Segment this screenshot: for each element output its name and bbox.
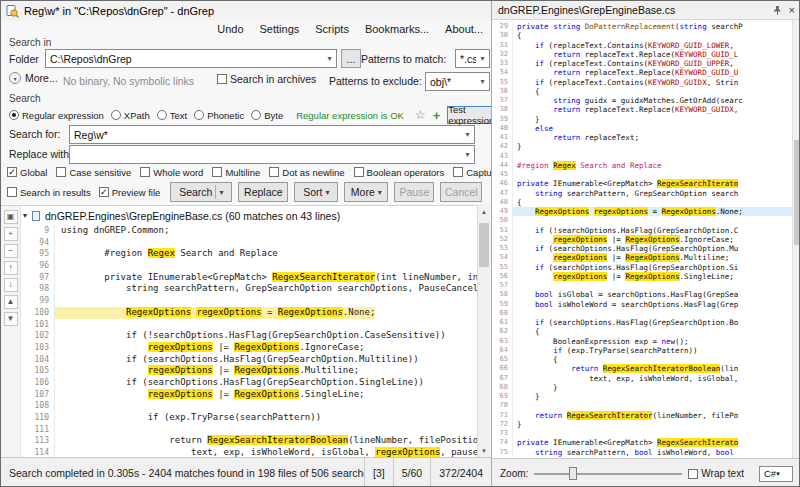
preview-scrollbar[interactable] — [792, 20, 800, 458]
collapse-all-button[interactable]: − — [4, 244, 18, 258]
radio-icon — [157, 110, 167, 120]
dot-as-newline-checkbox[interactable]: Dot as newline — [269, 167, 344, 178]
wrap-text-checkbox[interactable]: Wrap text — [688, 468, 744, 479]
preview-code-area[interactable]: 29private string DoPatternReplacement(st… — [492, 20, 792, 458]
replace-button[interactable]: Replace — [238, 182, 288, 202]
replace-with-combobox[interactable]: ▾ — [69, 145, 475, 164]
code-segment: { — [517, 198, 522, 207]
result-line-107[interactable]: 107 regexOptions |= RegexOptions.SingleL… — [23, 389, 477, 401]
scrollbar-thumb[interactable] — [479, 223, 489, 267]
scroll-up-icon[interactable]: ▴ — [478, 205, 490, 218]
preview-line-45: 45 — [492, 170, 792, 179]
search-in-results-checkbox[interactable]: Search in results — [7, 187, 91, 198]
syntax-combobox[interactable]: C# ▾ — [759, 466, 793, 482]
result-line-105[interactable]: 105 regexOptions |= RegexOptions.Multili… — [23, 365, 477, 377]
patterns-to-exclude-combobox[interactable]: obj\* ▾ — [425, 72, 490, 91]
result-line-104[interactable]: 104 if (searchOptions.HasFlag(GrepSearch… — [23, 354, 477, 366]
result-line-102[interactable]: 102 if (!searchOptions.HasFlag(GrepSearc… — [23, 330, 477, 342]
scroll-down-icon[interactable]: ▾ — [478, 444, 490, 457]
line-number: 29 — [492, 22, 513, 31]
result-line-114[interactable]: 114 text, exp, isWholeWord, isGlobal, re… — [23, 447, 477, 457]
multiline-checkbox[interactable]: Multiline — [212, 167, 260, 178]
line-number: 70 — [492, 401, 513, 410]
result-line-103[interactable]: 103 regexOptions |= RegexOptions.IgnoreC… — [23, 342, 477, 354]
result-file-header[interactable]: ▾ dnGREP.Engines\GrepEngineBase.cs (60 m… — [23, 208, 340, 223]
expand-all-button[interactable]: + — [4, 227, 18, 241]
line-text: BooleanExpression exp = new(); — [513, 337, 792, 346]
match-highlight: Regex — [148, 248, 175, 258]
search-type-phonetic[interactable]: Phonetic — [194, 110, 244, 121]
result-line-99[interactable]: 99 — [23, 295, 477, 307]
patterns-to-match-combobox[interactable]: *.cs ▾ — [455, 49, 490, 68]
test-expression-button[interactable]: Test expression — [447, 106, 495, 124]
next-file-button[interactable]: ↓ — [4, 278, 18, 292]
result-line-97[interactable]: 97 private IEnumerable<GrepMatch> RegexS… — [23, 272, 477, 284]
more-options-expander[interactable]: ▾ More... — [9, 72, 58, 84]
next-match-button[interactable]: ▼ — [4, 312, 18, 326]
scrollbar-thumb[interactable] — [794, 140, 800, 245]
menu-item-undo[interactable]: Undo — [217, 23, 243, 35]
result-file-name: dnGREP.Engines\GrepEngineBase.cs (60 mat… — [45, 210, 340, 222]
main-window: Reg\w* in "C:\Repos\dnGrep" - dnGrep Und… — [1, 1, 491, 487]
search-for-combobox[interactable]: Reg\w* ▾ — [69, 125, 475, 144]
preview-line-35: 35 if (replaceText.Contains(KEYWORD_GUID… — [492, 78, 792, 87]
add-bookmark-icon[interactable]: + — [433, 108, 441, 123]
slider-thumb[interactable] — [569, 467, 577, 480]
result-line-95[interactable]: 95 #region Regex Search and Replace — [23, 248, 477, 260]
menu-item-settings[interactable]: Settings — [260, 23, 300, 35]
menu-item-bookmarks[interactable]: Bookmarks... — [365, 23, 429, 35]
pin-icon[interactable] — [772, 5, 783, 16]
sort-button[interactable]: Sort ▾ — [294, 182, 338, 202]
result-line-96[interactable]: 96 — [23, 260, 477, 272]
search-type-byte[interactable]: Byte — [251, 110, 283, 121]
replace-button-label: Replace — [244, 186, 283, 198]
results-scrollbar[interactable]: ▴ ▾ — [477, 205, 490, 457]
folder-combobox[interactable]: C:\Repos\dnGrep ▾ — [45, 49, 337, 68]
global-checkbox[interactable]: ✓Global — [7, 167, 47, 178]
previous-file-button[interactable]: ↑ — [4, 261, 18, 275]
whole-word-checkbox[interactable]: Whole word — [140, 167, 203, 178]
collapse-expander-icon[interactable]: ▾ — [23, 211, 27, 220]
preview-header[interactable]: dnGREP.Engines\GrepEngineBase.cs × — [492, 1, 800, 20]
pause-button[interactable]: Pause — [394, 182, 434, 202]
cancel-button[interactable]: Cancel — [440, 182, 482, 202]
search-type-text[interactable]: Text — [157, 110, 187, 121]
result-line-111[interactable]: 111 — [23, 424, 477, 436]
search-type-regular-expression[interactable]: Regular expression — [9, 110, 104, 121]
result-line-108[interactable]: 108 — [23, 400, 477, 412]
menu-item-scripts[interactable]: Scripts — [315, 23, 349, 35]
result-line-113[interactable]: 113 return RegexSearchIteratorBoolean(li… — [23, 435, 477, 447]
titlebar[interactable]: Reg\w* in "C:\Repos\dnGrep" - dnGrep — [1, 1, 491, 21]
boolean-operators-checkbox[interactable]: Boolean operators — [354, 167, 445, 178]
result-line-106[interactable]: 106 if (searchOptions.HasFlag(GrepSearch… — [23, 377, 477, 389]
previous-match-button[interactable]: ▲ — [4, 295, 18, 309]
line-number: 38 — [492, 105, 513, 114]
search-type-xpath[interactable]: XPath — [111, 110, 150, 121]
zoom-slider[interactable] — [534, 467, 682, 481]
result-line-110[interactable]: 110 if (exp.TryParse(searchPattern)) — [23, 412, 477, 424]
preview-file-checkbox[interactable]: ✓Preview file — [99, 187, 161, 198]
collapse-all-icon: − — [8, 247, 13, 255]
result-line-9[interactable]: 9using dnGREP.Common; — [23, 225, 477, 237]
search-section-label: Search — [9, 93, 41, 104]
close-icon[interactable]: × — [789, 5, 795, 16]
case-sensitive-checkbox[interactable]: Case sensitive — [56, 167, 131, 178]
chevron-down-icon[interactable]: ▾ — [219, 188, 223, 197]
preview-panel: dnGREP.Engines\GrepEngineBase.cs × 29pri… — [491, 1, 800, 487]
result-line-94[interactable]: 94 — [23, 237, 477, 249]
search-button[interactable]: Search ▾ — [170, 182, 232, 202]
result-line-98[interactable]: 98 string searchPattern, GrepSearchOptio… — [23, 283, 477, 295]
preview-line-75: 75 string searchPattern, bool isWholeWor… — [492, 448, 792, 457]
search-in-archives-checkbox[interactable]: Search in archives — [217, 73, 316, 85]
menu-item-about[interactable]: About... — [445, 23, 483, 35]
browse-folder-button[interactable]: ... — [341, 49, 361, 68]
maximize-results-button[interactable]: ▣ — [4, 210, 18, 224]
line-text: } — [513, 115, 792, 124]
more-button[interactable]: More ▾ — [344, 182, 388, 202]
code-segment: (replaceText.Contains( — [544, 41, 648, 50]
slider-track[interactable] — [534, 473, 682, 475]
star-bookmark-icon[interactable]: ☆ — [415, 108, 426, 122]
code-segment: |= — [607, 272, 625, 281]
result-line-101[interactable]: 101 — [23, 319, 477, 331]
result-line-100[interactable]: 100 RegexOptions regexOptions = RegexOpt… — [23, 307, 477, 319]
